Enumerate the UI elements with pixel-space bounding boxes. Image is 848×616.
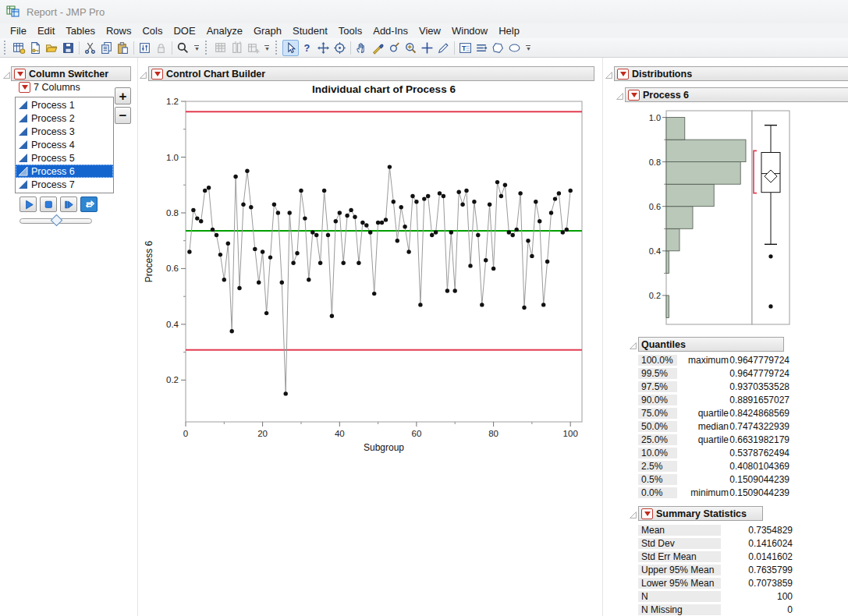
- collapse-triangle-quantiles[interactable]: [629, 339, 637, 348]
- summary-statistics-table: Mean0.7354829Std Dev0.1416024Std Err Mea…: [638, 523, 793, 616]
- help-icon[interactable]: ?: [299, 40, 315, 56]
- search-icon[interactable]: [175, 40, 191, 56]
- red-menu-icon[interactable]: [151, 69, 163, 80]
- collapse-triangle-summary[interactable]: [629, 508, 637, 517]
- column-item-process-3[interactable]: Process 3: [16, 125, 113, 138]
- distributions-header[interactable]: Distributions: [614, 66, 848, 81]
- toolbar-overflow-icon[interactable]: ▼: [264, 45, 270, 51]
- menu-item-file[interactable]: File: [5, 24, 32, 37]
- control-chart[interactable]: Individual chart of Process 60.20.40.60.…: [142, 83, 598, 457]
- move-icon[interactable]: [315, 40, 332, 56]
- column-list[interactable]: Process 1Process 2Process 3Process 4Proc…: [15, 97, 114, 193]
- polygon-icon[interactable]: [490, 40, 506, 56]
- continuous-column-icon: [18, 166, 28, 176]
- new-journal-icon[interactable]: [27, 40, 44, 56]
- menu-item-tools[interactable]: Tools: [333, 24, 367, 37]
- column-item-label: Process 6: [31, 166, 75, 177]
- preferences-icon[interactable]: [137, 40, 153, 56]
- collapse-triangle-control-chart[interactable]: [139, 69, 147, 77]
- column-item-process-2[interactable]: Process 2: [16, 112, 113, 125]
- collapse-triangle-process6[interactable]: [616, 90, 624, 98]
- red-menu-icon[interactable]: [19, 82, 30, 93]
- column-item-process-7[interactable]: Process 7: [16, 178, 113, 191]
- column-item-process-4[interactable]: Process 4: [16, 138, 113, 151]
- arrow-icon[interactable]: [282, 40, 299, 56]
- brush-icon[interactable]: [370, 40, 386, 56]
- menu-item-add-ins[interactable]: Add-Ins: [367, 24, 413, 37]
- lines-icon[interactable]: [474, 40, 490, 56]
- data-point: [410, 194, 414, 198]
- crosshair-icon[interactable]: [419, 40, 435, 56]
- text-box-icon[interactable]: T: [457, 40, 474, 56]
- toolbar-overflow-icon[interactable]: ▼: [194, 45, 200, 51]
- loop-button[interactable]: [80, 196, 98, 212]
- menu-item-student[interactable]: Student: [287, 24, 333, 37]
- data-point: [280, 281, 284, 285]
- copy-icon[interactable]: [98, 40, 115, 56]
- data-point: [480, 303, 484, 306]
- distribution-plot[interactable]: 0.20.40.60.81.0: [637, 104, 800, 335]
- toolbar-grip[interactable]: [205, 41, 209, 55]
- red-menu-icon[interactable]: [14, 69, 26, 80]
- zoom-in-icon[interactable]: [403, 40, 419, 56]
- histogram-bar: [666, 251, 669, 274]
- menu-item-tables[interactable]: Tables: [60, 24, 101, 37]
- menu-item-edit[interactable]: Edit: [32, 24, 60, 37]
- red-menu-icon[interactable]: [641, 508, 653, 519]
- paste-icon[interactable]: [115, 40, 131, 56]
- summary-row: Lower 95% Mean0.7073859: [638, 576, 793, 589]
- speed-slider[interactable]: [20, 216, 92, 225]
- data-point: [495, 180, 499, 184]
- red-menu-icon[interactable]: [617, 69, 629, 80]
- data-point: [222, 278, 226, 281]
- data-point: [538, 219, 541, 223]
- annotate-icon[interactable]: [435, 40, 452, 56]
- svg-text:0.2: 0.2: [166, 375, 179, 384]
- summary-statistics-header[interactable]: Summary Statistics: [638, 506, 763, 521]
- open-icon[interactable]: [44, 40, 60, 56]
- control-chart-builder-header[interactable]: Control Chart Builder: [148, 66, 594, 81]
- column-item-process-1[interactable]: Process 1: [16, 98, 113, 112]
- menu-item-doe[interactable]: DOE: [168, 24, 200, 37]
- target-icon[interactable]: [332, 40, 348, 56]
- cut-icon[interactable]: [82, 40, 98, 56]
- column-switcher-header[interactable]: Column Switcher: [11, 66, 131, 81]
- add-column-button[interactable]: +: [115, 87, 131, 104]
- toolbar-overflow-icon[interactable]: ▼: [526, 45, 531, 51]
- oval-icon[interactable]: [506, 40, 523, 56]
- menu-item-cols[interactable]: Cols: [137, 24, 168, 37]
- new-data-table-icon[interactable]: [11, 40, 27, 56]
- process6-header[interactable]: Process 6: [625, 87, 848, 102]
- quantile-label: maximum: [677, 355, 729, 366]
- columns-count-row[interactable]: 7 Columns: [19, 82, 80, 93]
- toolbar-grip[interactable]: [275, 41, 279, 55]
- collapse-triangle-column-switcher[interactable]: [2, 69, 11, 77]
- data-point: [253, 247, 257, 251]
- menu-item-help[interactable]: Help: [493, 24, 525, 37]
- slider-thumb[interactable]: [51, 214, 63, 227]
- play-button[interactable]: [20, 196, 37, 212]
- menu-item-window[interactable]: Window: [446, 24, 493, 37]
- menu-item-analyze[interactable]: Analyze: [201, 24, 248, 37]
- data-point: [310, 230, 314, 234]
- data-point: [484, 258, 488, 262]
- column-item-process-5[interactable]: Process 5: [16, 151, 113, 165]
- data-point: [464, 189, 468, 193]
- menu-item-view[interactable]: View: [413, 24, 446, 37]
- data-point: [438, 191, 442, 195]
- journal-cols-icon: [229, 40, 245, 56]
- column-item-process-6[interactable]: Process 6: [16, 165, 113, 178]
- red-menu-icon[interactable]: [628, 90, 640, 101]
- collapse-triangle-distributions[interactable]: [605, 69, 613, 77]
- quantiles-header[interactable]: Quantiles: [638, 337, 784, 352]
- data-point: [357, 261, 360, 265]
- hand-icon[interactable]: [353, 40, 370, 56]
- toolbar-grip[interactable]: [4, 41, 8, 55]
- stop-button[interactable]: [40, 196, 57, 212]
- menu-item-rows[interactable]: Rows: [101, 24, 137, 37]
- remove-column-button[interactable]: −: [115, 107, 131, 124]
- step-button[interactable]: [60, 196, 77, 212]
- save-icon[interactable]: [60, 40, 76, 56]
- menu-item-graph[interactable]: Graph: [248, 24, 287, 37]
- lasso-icon[interactable]: [386, 40, 403, 56]
